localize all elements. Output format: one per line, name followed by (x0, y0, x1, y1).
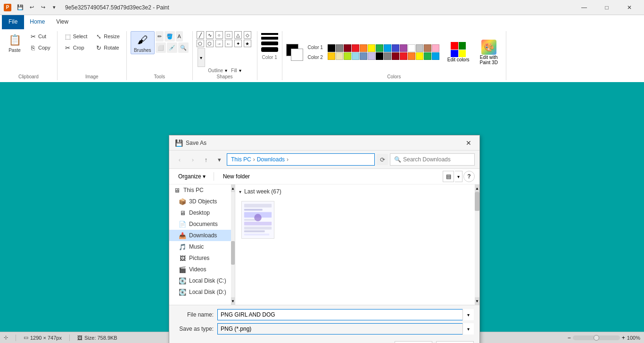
swatch-13[interactable] (432, 44, 439, 52)
redo-button[interactable]: ↪ (38, 2, 48, 13)
sidebar-scrollbar[interactable]: ▲ ▼ (231, 184, 235, 305)
swatch-5[interactable] (368, 44, 375, 52)
swatch-15[interactable] (336, 52, 343, 60)
swatch-8[interactable] (392, 44, 399, 52)
shape-triangle[interactable]: △ (234, 31, 242, 39)
minimize-button[interactable]: — (573, 0, 595, 15)
file-item-0[interactable] (239, 199, 277, 241)
swatch-9[interactable] (400, 44, 407, 52)
tool-picker[interactable]: 💉 (167, 42, 177, 53)
main-scrollbar[interactable]: ▲ ▼ (475, 184, 479, 305)
sidebar-item-desktop[interactable]: 🖥 Desktop (169, 207, 235, 218)
size-2[interactable] (261, 37, 278, 40)
save-quick-button[interactable]: 💾 (15, 2, 25, 13)
search-input[interactable] (403, 156, 471, 163)
shape-arrow-l[interactable]: ← (225, 40, 232, 47)
breadcrumb-downloads[interactable]: Downloads (257, 156, 285, 163)
sidebar-item-downloads[interactable]: 📥 Downloads (169, 230, 235, 241)
cut-button[interactable]: ✂ Cut (26, 31, 53, 42)
maximize-button[interactable]: □ (596, 0, 618, 15)
view-button[interactable]: ▤ (443, 171, 454, 182)
swatch-21[interactable] (384, 52, 391, 60)
main-scroll-up[interactable]: ▲ (475, 184, 479, 192)
sidebar-item-videos[interactable]: 🎬 Videos (169, 264, 235, 275)
sidebar-scroll-down[interactable]: ▼ (231, 297, 235, 305)
shapes-scroll[interactable]: ▾ (198, 48, 205, 67)
resize-button[interactable]: ⤡ Resize (92, 31, 123, 42)
sidebar-item-pictures[interactable]: 🖼 Pictures (169, 252, 235, 264)
swatch-24[interactable] (408, 52, 415, 60)
sidebar-item-thispc[interactable]: 🖥 This PC (169, 184, 235, 196)
nav-recent-dropdown[interactable]: ▾ (214, 154, 225, 165)
sidebar-item-locald[interactable]: 💽 Local Disk (D:) (169, 286, 235, 298)
swatch-19[interactable] (368, 52, 375, 60)
swatch-7[interactable] (384, 44, 391, 52)
save-button[interactable]: Save (395, 341, 432, 343)
size-1[interactable] (261, 33, 278, 35)
rotate-button[interactable]: ↻ Rotate (92, 42, 122, 53)
view-dropdown-button[interactable]: ▾ (455, 171, 462, 182)
swatch-10[interactable] (408, 44, 415, 52)
tab-home[interactable]: Home (24, 15, 50, 29)
savetype-dropdown-button[interactable]: ▾ (462, 323, 474, 335)
savetype-input[interactable] (217, 323, 474, 335)
main-scroll-thumb[interactable] (475, 192, 479, 211)
sidebar-item-documents[interactable]: 📄 Documents (169, 218, 235, 230)
sidebar-scroll-thumb[interactable] (231, 241, 235, 265)
help-button[interactable]: ? (463, 171, 475, 182)
select-button[interactable]: ⬚ Select (61, 31, 91, 42)
nav-up-button[interactable]: ↑ (200, 154, 212, 165)
filename-dropdown-button[interactable]: ▾ (462, 309, 474, 320)
swatch-17[interactable] (352, 52, 359, 60)
fill-dropdown[interactable]: ▾ (239, 68, 241, 73)
sidebar-scroll-up[interactable]: ▲ (231, 184, 235, 192)
swatch-23[interactable] (400, 52, 407, 60)
swatch-18[interactable] (360, 52, 367, 60)
cancel-button[interactable]: Cancel (436, 341, 474, 343)
nav-forward-button[interactable]: › (187, 154, 198, 165)
swatch-27[interactable] (432, 52, 439, 60)
section-toggle[interactable]: ▾ (239, 189, 241, 194)
tool-eraser[interactable]: ⬜ (156, 42, 166, 53)
dialog-close-button[interactable]: ✕ (463, 138, 474, 148)
tab-file[interactable]: File (2, 15, 24, 29)
breadcrumb-this-pc[interactable]: This PC (231, 156, 251, 163)
crop-button[interactable]: ✂ Crop (61, 42, 87, 53)
swatch-4[interactable] (360, 44, 367, 52)
swatch-6[interactable] (376, 44, 383, 52)
brushes-button[interactable]: 🖌 Brushes (131, 31, 155, 54)
tab-view[interactable]: View (50, 15, 74, 29)
tool-pencil[interactable]: ✏ (156, 31, 164, 42)
swatch-12[interactable] (424, 44, 431, 52)
size-4[interactable] (261, 47, 278, 52)
sidebar-item-3dobjects[interactable]: 📦 3D Objects (169, 196, 235, 207)
shape-oval[interactable]: ○ (215, 31, 223, 39)
shape-rect[interactable]: □ (225, 31, 232, 39)
tool-fill[interactable]: 🪣 (165, 31, 175, 42)
sidebar-item-music[interactable]: 🎵 Music (169, 241, 235, 252)
swatch-20[interactable] (376, 52, 383, 60)
undo-button[interactable]: ↩ (26, 2, 37, 13)
canvas-area[interactable]: 💾 Save As ✕ ‹ › ↑ ▾ This PC › Downloads (0, 82, 644, 343)
swatch-26[interactable] (424, 52, 431, 60)
shape-arrow-r[interactable]: → (215, 40, 223, 47)
swatch-1[interactable] (336, 44, 343, 52)
nav-back-button[interactable]: ‹ (174, 154, 185, 165)
main-scroll-down[interactable]: ▼ (475, 297, 479, 305)
tool-zoom[interactable]: 🔍 (178, 42, 189, 53)
swatch-0[interactable] (328, 44, 335, 52)
customize-qa-button[interactable]: ▾ (49, 2, 59, 13)
organize-button[interactable]: Organize ▾ (174, 171, 210, 182)
shape-hex[interactable]: ⬡ (206, 40, 214, 47)
swatch-22[interactable] (392, 52, 399, 60)
swatch-14[interactable] (328, 52, 335, 60)
filename-input[interactable] (217, 309, 474, 320)
tool-text[interactable]: A (176, 31, 183, 42)
swatch-3[interactable] (352, 44, 359, 52)
shape-line[interactable]: ╱ (197, 31, 204, 39)
shape-pentagon[interactable]: ⬠ (197, 40, 204, 47)
size-3[interactable] (261, 42, 278, 45)
new-folder-button[interactable]: New folder (218, 171, 255, 182)
copy-button[interactable]: ⎘ Copy (26, 42, 53, 53)
edit-colors-button[interactable]: Edit colors (444, 41, 473, 64)
